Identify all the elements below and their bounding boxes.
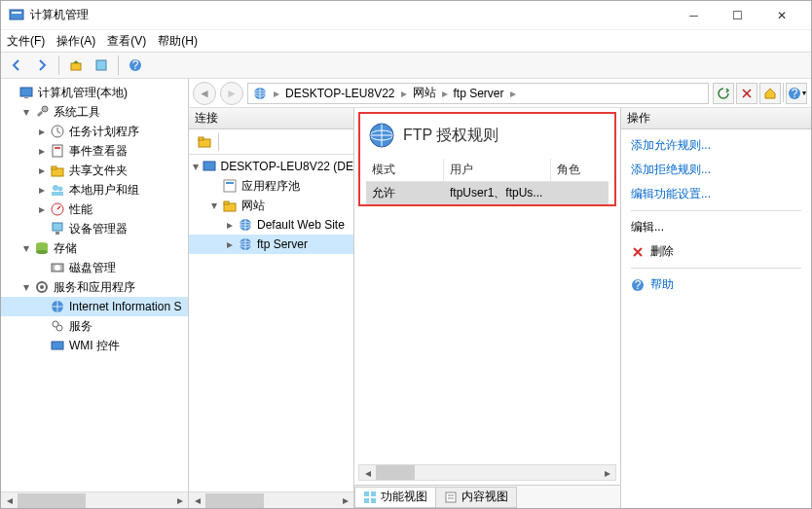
expand-icon[interactable]: ▾	[20, 106, 32, 118]
svg-rect-0	[10, 10, 23, 19]
mmc-tree[interactable]: 计算机管理(本地)▾系统工具▸任务计划程序▸事件查看器▸共享文件夹▸本地用户和组…	[1, 79, 188, 491]
scroll-left-icon[interactable]: ◂	[1, 492, 18, 509]
tab-content[interactable]: 内容视图	[435, 487, 517, 508]
tree-label: ftp Server	[257, 237, 308, 251]
svg-rect-11	[55, 147, 60, 149]
expand-icon	[36, 223, 48, 235]
expand-icon[interactable]: ▸	[36, 203, 48, 215]
grid-header: 模式 用户 角色	[366, 159, 609, 182]
stop-button[interactable]	[736, 83, 757, 104]
center-scrollbar[interactable]: ◂▸	[358, 464, 616, 481]
tree-item[interactable]: ▾系统工具	[1, 102, 188, 122]
maximize-button[interactable]: ☐	[716, 2, 759, 29]
svg-point-14	[53, 185, 58, 191]
tree-item[interactable]: ▸性能	[1, 200, 188, 219]
expand-icon[interactable]: ▾	[20, 242, 32, 254]
tree-item[interactable]: ▾存储	[1, 238, 188, 258]
globe-icon	[252, 86, 268, 101]
expand-icon[interactable]: ▸	[36, 184, 48, 196]
tree-item[interactable]: ▸ftp Server	[189, 235, 353, 254]
tree-item[interactable]: ▸事件查看器	[1, 141, 188, 161]
connections-tree[interactable]: ▾DESKTOP-LEU8V22 (DE应用程序池▾网站▸Default Web…	[189, 155, 353, 491]
expand-icon[interactable]: ▾	[193, 161, 200, 172]
svg-rect-38	[224, 180, 236, 192]
back-button[interactable]	[5, 55, 28, 76]
expand-icon	[36, 301, 48, 312]
action-add-deny[interactable]: 添加拒绝规则...	[631, 162, 801, 178]
tree-item[interactable]: 服务	[1, 316, 188, 336]
tree-item[interactable]: ▸任务计划程序	[1, 122, 188, 141]
breadcrumb[interactable]: ▸ DESKTOP-LEU8V22 ▸ 网站 ▸ ftp Server ▸	[247, 83, 709, 104]
svg-rect-6	[20, 88, 32, 96]
tree-item[interactable]: 应用程序池	[189, 176, 353, 196]
tree-label: 应用程序池	[241, 178, 300, 195]
home-button[interactable]	[759, 83, 781, 104]
menu-view[interactable]: 查看(V)	[107, 33, 146, 50]
show-button[interactable]	[90, 55, 113, 76]
tree-item[interactable]: 磁盘管理	[1, 258, 188, 277]
tree-item[interactable]: WMI 控件	[1, 336, 188, 355]
expand-icon[interactable]: ▸	[36, 164, 48, 176]
expand-icon[interactable]: ▾	[208, 200, 220, 211]
users-icon	[50, 182, 65, 198]
svg-rect-2	[71, 63, 81, 70]
tree-item[interactable]: ▾DESKTOP-LEU8V22 (DE	[189, 157, 353, 176]
nav-forward-button[interactable]: ►	[220, 82, 243, 105]
expand-icon[interactable]: ▾	[20, 281, 32, 293]
forward-button[interactable]	[30, 55, 54, 76]
tree-label: 本地用户和组	[69, 182, 139, 199]
app-icon	[9, 8, 24, 23]
help-icon-button[interactable]: ?▾	[786, 83, 807, 104]
action-edit-feature[interactable]: 编辑功能设置...	[631, 186, 801, 202]
disk-icon	[50, 260, 65, 275]
nav-back-button[interactable]: ◄	[193, 82, 216, 105]
col-role[interactable]: 角色	[551, 159, 590, 181]
expand-icon[interactable]: ▸	[224, 219, 236, 231]
tree-item[interactable]: 计算机管理(本地)	[1, 83, 188, 102]
crumb-server[interactable]: ftp Server	[454, 87, 504, 100]
svg-rect-41	[224, 201, 229, 204]
left-scrollbar[interactable]: ◂ ▸	[1, 491, 188, 508]
action-delete[interactable]: 删除	[631, 243, 801, 260]
tree-item[interactable]: Internet Information S	[1, 297, 188, 316]
crumb-host[interactable]: DESKTOP-LEU8V22	[285, 87, 395, 100]
close-button[interactable]: ✕	[759, 2, 803, 29]
tools-icon	[34, 104, 50, 120]
expand-icon[interactable]: ▸	[224, 238, 236, 250]
conn-folder-button[interactable]	[193, 131, 216, 153]
cell-mode: 允许	[366, 182, 444, 204]
tree-item[interactable]: 设备管理器	[1, 219, 188, 238]
scroll-right-icon[interactable]: ▸	[171, 492, 188, 509]
menu-action[interactable]: 操作(A)	[56, 33, 95, 50]
tree-item[interactable]: ▸共享文件夹	[1, 161, 188, 180]
tree-item[interactable]: ▸Default Web Site	[189, 215, 353, 235]
expand-icon[interactable]: ▸	[36, 145, 48, 157]
svg-rect-39	[226, 182, 234, 184]
svc-icon	[50, 318, 65, 334]
tree-item[interactable]: ▾服务和应用程序	[1, 277, 188, 297]
expand-icon[interactable]: ▸	[36, 126, 48, 137]
event-icon	[50, 143, 65, 159]
services-icon	[34, 279, 50, 295]
help-button[interactable]: ?	[124, 55, 147, 76]
share-icon	[50, 163, 65, 178]
col-mode[interactable]: 模式	[366, 159, 444, 181]
up-button[interactable]	[64, 55, 88, 76]
tree-item[interactable]: ▾网站	[189, 196, 353, 215]
svg-point-15	[58, 187, 63, 192]
menu-help[interactable]: 帮助(H)	[158, 33, 198, 50]
tab-features[interactable]: 功能视图	[354, 487, 436, 508]
action-help[interactable]: ? 帮助	[631, 276, 801, 293]
menu-file[interactable]: 文件(F)	[7, 33, 45, 50]
conn-scrollbar[interactable]: ◂▸	[189, 491, 353, 508]
minimize-button[interactable]: ─	[672, 2, 716, 29]
refresh-button[interactable]	[713, 83, 734, 104]
action-add-allow[interactable]: 添加允许规则...	[631, 137, 801, 154]
table-row[interactable]: 允许 ftpUser1、ftpUs...	[366, 182, 609, 204]
tree-label: 服务	[69, 318, 92, 335]
tree-item[interactable]: ▸本地用户和组	[1, 180, 188, 200]
crumb-sites[interactable]: 网站	[413, 85, 436, 101]
action-edit[interactable]: 编辑...	[631, 219, 801, 236]
scroll-thumb[interactable]	[18, 493, 86, 508]
col-user[interactable]: 用户	[444, 159, 551, 181]
